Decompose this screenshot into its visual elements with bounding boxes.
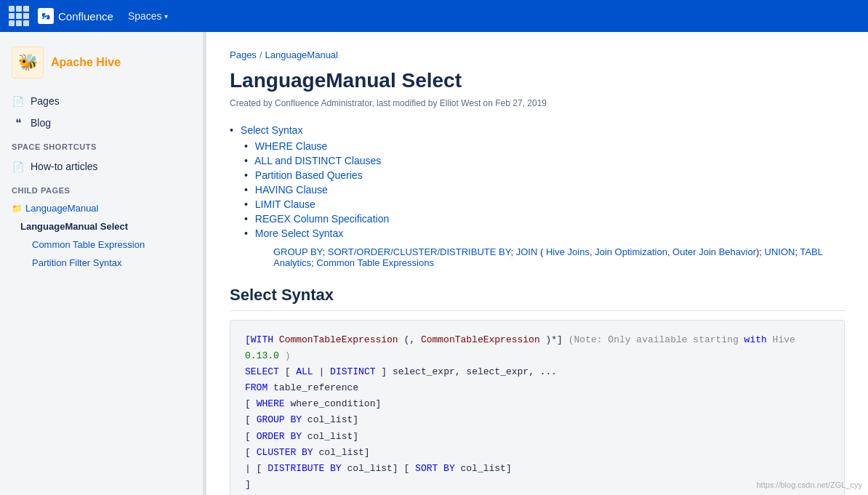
sidebar-tree-languagemanual-select[interactable]: LanguageManual Select [0, 217, 203, 236]
toc-item-select-syntax: • Select Syntax • WHERE Clause • ALL and… [230, 123, 845, 242]
toc-link-joinopt[interactable]: Join Optimization [595, 246, 667, 257]
top-navigation: Confluence Spaces ▾ [0, 0, 868, 32]
toc-item-limit: • LIMIT Clause [244, 197, 845, 212]
chevron-down-icon: ▾ [164, 12, 168, 20]
code-line-9: ] [245, 477, 829, 493]
spaces-menu[interactable]: Spaces ▾ [122, 7, 174, 25]
space-header: 🐝 Apache Hive [0, 41, 203, 90]
toc-item-where: • WHERE Clause [244, 139, 845, 153]
toc-link-where[interactable]: WHERE Clause [255, 140, 328, 152]
toc-item-regex: • REGEX Column Specification [244, 212, 845, 226]
sidebar-item-howto[interactable]: 📄 How-to articles [0, 156, 203, 177]
table-of-contents: • Select Syntax • WHERE Clause • ALL and… [230, 123, 845, 242]
toc-item-all-distinct: • ALL and DISTINCT Clauses [244, 153, 845, 168]
blog-icon: ❝ [12, 116, 25, 129]
space-logo: 🐝 [12, 47, 44, 79]
toc-link-analytics[interactable]: Analytics [273, 257, 311, 268]
watermark: https://blog.csdn.net/ZGL_cyy [756, 480, 862, 489]
sidebar-tree-common-table-expression[interactable]: Common Table Expression [0, 236, 203, 254]
toc-item-more: • More Select Syntax [244, 226, 845, 241]
code-line-7: [ CLUSTER BY col_list] [245, 445, 829, 461]
tree-icon: 📁 [12, 204, 23, 214]
sidebar-tree-languagemanual[interactable]: 📁 LanguageManual [0, 199, 203, 217]
breadcrumb-pages[interactable]: Pages [230, 49, 257, 60]
code-line-1: [WITH CommonTableExpression (, CommonTab… [245, 332, 829, 364]
toc-link-more[interactable]: More Select Syntax [255, 228, 343, 239]
confluence-label: Confluence [58, 10, 113, 23]
code-line-6: [ ORDER BY col_list] [245, 429, 829, 445]
toc-link-union[interactable]: UNION [765, 246, 795, 257]
howto-icon: 📄 [12, 160, 25, 173]
sidebar: 🐝 Apache Hive 📄 Pages ❝ Blog SPACE SHORT… [0, 32, 204, 495]
code-line-4: [ WHERE where_condition] [245, 396, 829, 412]
toc-link-having[interactable]: HAVING Clause [255, 184, 328, 196]
sidebar-tree-partition-filter-syntax[interactable]: Partition Filter Syntax [0, 254, 203, 272]
sidebar-item-pages[interactable]: 📄 Pages [0, 90, 203, 112]
toc-link-all-distinct[interactable]: ALL and DISTINCT Clauses [254, 155, 381, 166]
toc-link-regex[interactable]: REGEX Column Specification [255, 213, 389, 225]
breadcrumb-languagemanual[interactable]: LanguageManual [265, 49, 338, 60]
app-switcher[interactable] [9, 6, 29, 26]
confluence-icon [38, 8, 54, 24]
toc-link-hivejoins[interactable]: Hive Joins [546, 246, 590, 257]
toc-link-select-syntax[interactable]: Select Syntax [241, 124, 303, 136]
child-pages-label: CHILD PAGES [0, 177, 203, 199]
toc-tabl: TABL [800, 246, 823, 257]
toc-link-outerjoin[interactable]: Outer Join Behavior [672, 246, 756, 257]
toc-link-cte[interactable]: Common Table Expressions [316, 257, 434, 268]
code-line-3: FROM table_reference [245, 380, 829, 396]
toc-link-join[interactable]: JOIN [516, 246, 538, 257]
page-title: LanguageManual Select [230, 69, 845, 92]
toc-link-groupby[interactable]: GROUP BY [273, 246, 323, 257]
sidebar-item-blog[interactable]: ❝ Blog [0, 112, 203, 134]
toc-link-partition[interactable]: Partition Based Queries [255, 169, 363, 181]
select-syntax-heading: Select Syntax [230, 286, 845, 311]
toc-item-having: • HAVING Clause [244, 182, 845, 197]
page-meta: Created by Confluence Administrator, las… [230, 98, 845, 108]
space-shortcuts-label: SPACE SHORTCUTS [0, 134, 203, 156]
main-content: Pages / LanguageManual LanguageManual Se… [206, 32, 868, 495]
toc-link-limit[interactable]: LIMIT Clause [255, 198, 316, 210]
toc-item-partition: • Partition Based Queries [244, 168, 845, 182]
code-line-5: [ GROUP BY col_list] [245, 412, 829, 428]
code-line-2: SELECT [ ALL | DISTINCT ] select_expr, s… [245, 364, 829, 380]
toc-link-sortorder[interactable]: SORT/ORDER/CLUSTER/DISTRIBUTE BY [328, 246, 511, 257]
pages-icon: 📄 [12, 94, 25, 108]
breadcrumb: Pages / LanguageManual [230, 49, 845, 60]
confluence-logo[interactable]: Confluence [38, 8, 113, 24]
code-line-8: | [ DISTRIBUTE BY col_list] [ SORT BY co… [245, 461, 829, 477]
toc-extra-links: GROUP BY; SORT/ORDER/CLUSTER/DISTRIBUTE … [273, 246, 845, 268]
space-title: Apache Hive [51, 56, 121, 69]
code-block: [WITH CommonTableExpression (, CommonTab… [230, 320, 845, 495]
